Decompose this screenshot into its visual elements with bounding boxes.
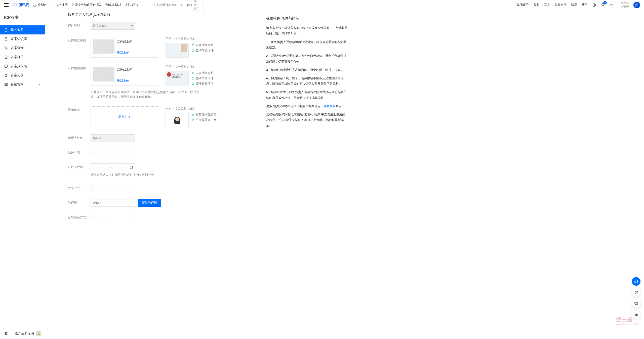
phone1-field[interactable]: 1 · · · · · · · · · · — [91, 185, 135, 192]
main-content: 服务负责人信息(网站/域名) 证件类型 居民身份证 ▾ 证件照人像面 — [45, 10, 644, 339]
check-icon: ⊘ — [192, 43, 194, 47]
check-icon: ⊘ — [192, 113, 194, 117]
support[interactable]: 客服支持 — [554, 3, 567, 7]
svg-rect-11 — [6, 83, 7, 84]
emergency-field[interactable]: 1 · · · · · · · · · · — [91, 214, 135, 221]
top-header: 腾讯云 控制台 | 域名注册 边缘安全加速平台 EO 云解析 DNS SSL 证… — [0, 0, 644, 10]
valid-range[interactable]: ····-··-·· ~ ····-··-·· — [91, 163, 135, 171]
captcha-input[interactable] — [91, 199, 135, 207]
example-video[interactable]: 示例（点击查看大图） — [166, 106, 217, 111]
info-title: 视频核身-条件与限制 — [266, 16, 348, 21]
refresh-float[interactable] — [632, 288, 640, 297]
feedback-link[interactable]: 给产品打个分 👍 — [15, 331, 41, 336]
svg-point-5 — [5, 47, 7, 49]
front-thumb[interactable] — [93, 39, 114, 54]
svg-rect-10 — [5, 83, 6, 84]
billing[interactable]: 费用 — [582, 3, 588, 7]
card-icon[interactable] — [609, 3, 613, 7]
name-field: 杨金泽 — [91, 134, 135, 142]
label-captcha: 验证码 — [68, 199, 91, 207]
hamburger-icon[interactable] — [4, 3, 9, 7]
key-icon — [4, 64, 8, 68]
sidebar-item-authcode[interactable]: 备案授权码 — [0, 62, 45, 71]
nav-dns[interactable]: 云解析 DNS — [105, 3, 122, 7]
sidebar-item-knowledge[interactable]: 备案知识库 — [0, 34, 45, 44]
check-icon: ⊘ — [192, 76, 194, 80]
label-name: 负责人姓名 — [68, 134, 91, 142]
label-phone1: 联系方式1 — [68, 185, 91, 192]
svg-point-8 — [6, 66, 7, 67]
label-cert-back: 证件照国徽面 — [68, 65, 91, 86]
label-cert-front: 证件照人像面 — [68, 37, 91, 58]
sidebar-title: ICP备案 — [0, 10, 45, 25]
trial[interactable]: 试用 — [571, 3, 577, 7]
console-link[interactable]: 控制台 — [33, 3, 47, 7]
brand-text: 腾讯云 — [19, 3, 29, 7]
docs-float[interactable] — [632, 299, 640, 308]
nav-more[interactable]: ··· — [142, 3, 144, 7]
tools[interactable]: 工具 — [544, 3, 550, 7]
collapse-icon[interactable] — [4, 331, 8, 335]
user-label[interactable]: 归去如风 主账号 — [618, 2, 629, 8]
float-actions — [632, 277, 640, 319]
info-panel: 视频核身-条件与限制 请点击上传扫码进入备案小程序完成真实性核验，进行视频核验时… — [259, 10, 355, 339]
beian[interactable]: 备案 — [533, 3, 539, 7]
label-cert-valid: 证件有效期 — [68, 163, 91, 171]
example-front[interactable]: 示例（点击查看大图） — [166, 37, 214, 41]
reupload-back[interactable]: 重新上传 — [117, 79, 132, 83]
section-title: 服务负责人信息(网站/域名) — [68, 13, 259, 17]
example-back[interactable]: 示例（点击查看大图） — [166, 65, 214, 69]
nav-domain[interactable]: 域名注册 — [56, 3, 68, 7]
get-code-button[interactable]: 获取验证码 — [138, 199, 161, 207]
headset-icon — [634, 279, 638, 284]
sidebar-item-orders[interactable]: 备案订单 — [0, 53, 45, 62]
label-video: 视频核身 — [68, 106, 91, 127]
calendar-icon — [130, 165, 133, 169]
refresh-icon — [634, 290, 638, 294]
nav-ssl[interactable]: SSL 证书 — [125, 3, 138, 7]
cert-front-preview: 文件已上传 重新上传 — [91, 37, 158, 58]
video-check-link[interactable]: 视频核验 — [324, 104, 336, 108]
sidebar: ICP备案 我的备案 备案知识库 备案查询 备案订单 备案授权码 备案记录 备案… — [0, 10, 45, 339]
nav-eo[interactable]: 边缘安全加速平台 EO — [72, 3, 101, 7]
label-cert-no: 证件号码 — [68, 149, 91, 156]
notifications[interactable]: 4 — [601, 3, 605, 7]
sidebar-item-history[interactable]: 备案记录 — [0, 71, 45, 80]
svg-rect-12 — [5, 84, 6, 86]
sample-back[interactable]: 中华人民共和国居民身份证 — [166, 71, 189, 86]
check-icon: ⊘ — [192, 118, 194, 122]
thumb-icon: 👍 — [36, 331, 41, 336]
label-cert-type: 证件类型 — [68, 22, 91, 30]
avatar[interactable]: 归 — [633, 2, 640, 8]
global-search: 快捷键/ — [153, 0, 204, 11]
cert-no-field[interactable]: 4 · · · · · · · · · · · · · · · · · — [91, 149, 135, 156]
cloud-icon — [13, 3, 18, 8]
sample-front[interactable]: ········· — [166, 43, 189, 58]
book-open-icon — [634, 302, 638, 306]
svg-point-0 — [154, 4, 155, 5]
svg-rect-13 — [6, 84, 7, 86]
support-float[interactable] — [632, 277, 640, 286]
group-account[interactable]: 集团账号 — [517, 3, 529, 7]
valid-hint: 请务必确认以上时间范围与证件上的有效期一致 — [91, 173, 154, 177]
back-thumb[interactable] — [93, 67, 114, 81]
reupload-front[interactable]: 重新上传 — [117, 51, 132, 55]
sidebar-item-my-records[interactable]: 我的备案 — [0, 25, 45, 34]
sidebar-item-query[interactable]: 备案查询 — [0, 44, 45, 53]
caret-down-icon: ▾ — [131, 24, 133, 28]
house-icon — [33, 3, 37, 7]
video-upload[interactable]: 点击上传 — [91, 106, 158, 126]
upload-status: 文件已上传 — [117, 67, 132, 72]
label-emergency: 应急联系方式 — [68, 214, 91, 221]
cert-type-select[interactable]: 居民身份证 ▾ — [91, 22, 135, 30]
doc-icon — [4, 28, 8, 32]
search-icon[interactable] — [153, 3, 155, 7]
search-input[interactable] — [155, 2, 193, 8]
more-float[interactable] — [632, 310, 640, 319]
sidebar-item-manager[interactable]: 备案管家 — [0, 80, 45, 89]
globe-icon[interactable] — [592, 3, 596, 7]
brand-logo[interactable]: 腾讯云 — [13, 3, 29, 8]
order-icon — [4, 55, 8, 59]
sample-video[interactable] — [166, 113, 189, 127]
svg-point-16 — [635, 315, 635, 316]
